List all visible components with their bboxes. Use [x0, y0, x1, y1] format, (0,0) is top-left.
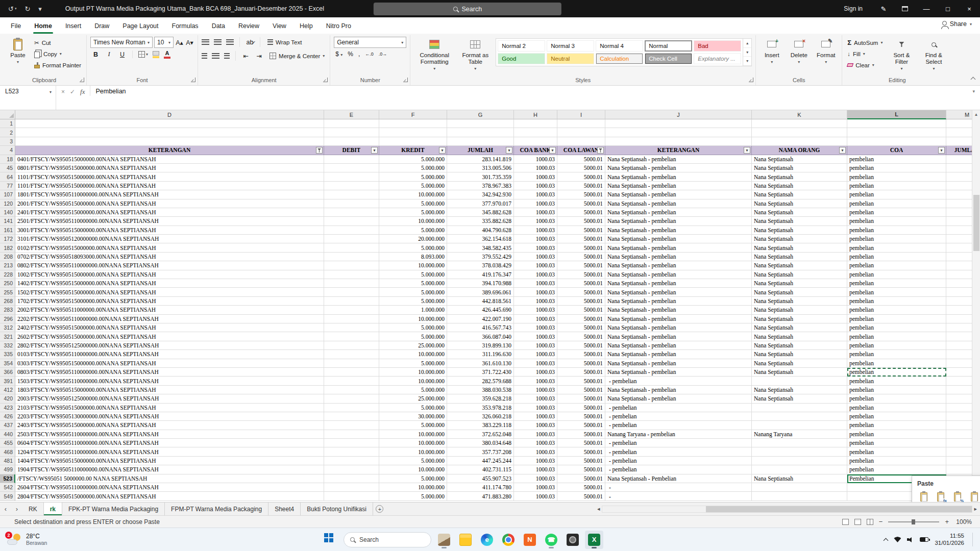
cell-I141[interactable]: 5000.01: [557, 217, 605, 226]
cell-K426[interactable]: [752, 412, 847, 421]
cell-J321[interactable]: Nana Septiansah - pembelian: [605, 332, 752, 341]
cell-G77[interactable]: 378.967.383: [447, 182, 514, 190]
cell-F268[interactable]: 5.000.000: [379, 297, 447, 306]
cell-K18[interactable]: Nana Septiansah: [752, 155, 847, 164]
cell-D18[interactable]: 0401/FTSCY/WS950515000000.00NANA SEPTIAN…: [15, 155, 324, 164]
cell-G455[interactable]: 380.034.648: [447, 439, 514, 447]
cell-F250[interactable]: 5.000.000: [379, 279, 447, 288]
gallery-scroll-up[interactable]: ▲: [743, 39, 751, 48]
wrap-text-button[interactable]: Wrap Text: [266, 37, 303, 47]
cell-K366[interactable]: Nana Septiansah: [752, 368, 847, 377]
cell-K283[interactable]: Nana Septiansah: [752, 306, 847, 314]
column-header-h[interactable]: H: [514, 110, 557, 119]
column-header-i[interactable]: I: [557, 110, 605, 119]
cell-G161[interactable]: 404.790.628: [447, 226, 514, 235]
cell-G549[interactable]: 471.883.280: [447, 492, 514, 500]
cell-D481[interactable]: 1404/FTSCY/WS950515000000.00NANA SEPTIAN…: [15, 457, 324, 465]
cell-J412[interactable]: Nana Septiansah - pembelian: [605, 386, 752, 394]
cell-H523[interactable]: 1000.03: [514, 474, 557, 483]
cell-G45[interactable]: 313.005.506: [447, 164, 514, 172]
cell-style-check-cell[interactable]: Check Cell: [645, 53, 692, 64]
cell-G18[interactable]: 283.141.819: [447, 155, 514, 164]
cell-H499[interactable]: 1000.03: [514, 465, 557, 474]
close-button[interactable]: ×: [959, 0, 980, 17]
ribbon-tab-review[interactable]: Review: [232, 19, 266, 34]
cell-I354[interactable]: 5000.01: [557, 359, 605, 368]
cell-H64[interactable]: 1000.03: [514, 172, 557, 181]
cell-H140[interactable]: 1000.03: [514, 208, 557, 217]
cell-H426[interactable]: 1000.03: [514, 412, 557, 421]
cell-I172[interactable]: 5000.01: [557, 235, 605, 243]
cell-G468[interactable]: 357.737.208: [447, 447, 514, 456]
align-right-icon[interactable]: [224, 53, 230, 59]
cell-G2[interactable]: [447, 128, 514, 137]
cell-L312[interactable]: pembelian: [847, 323, 946, 332]
taskbar-app-edge[interactable]: e: [478, 531, 496, 549]
cell-I335[interactable]: 5000.01: [557, 350, 605, 359]
tray-expand-icon[interactable]: [884, 538, 889, 543]
cell-I250[interactable]: 5000.01: [557, 279, 605, 288]
cell-I312[interactable]: 5000.01: [557, 323, 605, 332]
cell-F140[interactable]: 5.000.000: [379, 208, 447, 217]
row-header-3[interactable]: 3: [0, 137, 15, 146]
cell-D228[interactable]: 1002/FTSCY/WS950515000000.00NANA SEPTIAN…: [15, 270, 324, 279]
cell-E45[interactable]: [324, 164, 379, 172]
cell-K64[interactable]: Nana Septiansah: [752, 172, 847, 181]
cell-L354[interactable]: pembelian: [847, 359, 946, 368]
italic-button[interactable]: I: [105, 51, 113, 58]
cell-L283[interactable]: pembelian: [847, 306, 946, 314]
cell-style-bad[interactable]: Bad: [694, 40, 741, 52]
cell-E321[interactable]: [324, 332, 379, 341]
taskbar-search[interactable]: Search: [344, 532, 431, 547]
gallery-scroll-down[interactable]: ▼: [743, 48, 751, 57]
format-painter-button[interactable]: Format Painter: [33, 60, 83, 70]
number-format-select[interactable]: General▾: [334, 37, 406, 48]
cell-E250[interactable]: [324, 279, 379, 288]
cell-I3[interactable]: [557, 137, 605, 146]
cell-D213[interactable]: 0802/FTSCY/WS9505110000000.00NANA SEPTIA…: [15, 261, 324, 270]
zoom-level[interactable]: 100%: [954, 518, 972, 525]
cell-E228[interactable]: [324, 270, 379, 279]
cell-K412[interactable]: Nana Septiansah: [752, 386, 847, 394]
row-header-423[interactable]: 423: [0, 404, 15, 412]
cell-K354[interactable]: Nana Septiansah: [752, 359, 847, 368]
cell-F332[interactable]: 25.000.000: [379, 341, 447, 350]
row-header-499[interactable]: 499: [0, 465, 15, 474]
cell-L440[interactable]: pembelian: [847, 430, 946, 439]
cell-G141[interactable]: 335.882.628: [447, 217, 514, 226]
filter-button-j[interactable]: ▾: [744, 147, 750, 154]
cell-K182[interactable]: Nana Septiansah: [752, 243, 847, 252]
ribbon-tab-help[interactable]: Help: [293, 19, 320, 34]
autosum-button[interactable]: ΣAutoSum▾: [846, 37, 884, 48]
format-as-table-button[interactable]: Format as Table ▾: [457, 37, 493, 73]
cell-D420[interactable]: 2003/FTSCY/WS9505125000000.00NANA SEPTIA…: [15, 394, 324, 403]
cell-I423[interactable]: 5000.01: [557, 404, 605, 412]
row-header-141[interactable]: 141: [0, 217, 15, 226]
cell-E208[interactable]: [324, 253, 379, 261]
cell-H455[interactable]: 1000.03: [514, 439, 557, 447]
filter-button-h[interactable]: ▾: [549, 147, 556, 154]
cell-G107[interactable]: 342.942.930: [447, 190, 514, 199]
align-left-icon[interactable]: [202, 53, 207, 59]
cell-K208[interactable]: Nana Septiansah: [752, 253, 847, 261]
horizontal-scroll-track[interactable]: [602, 506, 973, 513]
cell-K312[interactable]: Nana Septiansah: [752, 323, 847, 332]
cell-H420[interactable]: 1000.03: [514, 394, 557, 403]
row-header-18[interactable]: 18: [0, 155, 15, 164]
cell-K268[interactable]: Nana Septiansah: [752, 297, 847, 306]
cell-E523[interactable]: [324, 474, 379, 483]
cell-E332[interactable]: [324, 341, 379, 350]
cell-D255[interactable]: 1502/FTSCY/WS950515000000.00NANA SEPTIAN…: [15, 288, 324, 296]
cell-E423[interactable]: [324, 404, 379, 412]
cell-L45[interactable]: pembelian: [847, 164, 946, 172]
cell-F440[interactable]: 10.000.000: [379, 430, 447, 439]
fill-color-button[interactable]: [153, 51, 159, 58]
cell-I296[interactable]: 5000.01: [557, 315, 605, 323]
sheet-nav-left-icon[interactable]: ‹: [0, 503, 11, 515]
fill-button[interactable]: ↓Fill▾: [846, 48, 884, 59]
maximize-button[interactable]: □: [937, 0, 959, 17]
cell-J549[interactable]: -: [605, 492, 752, 500]
ribbon-tab-draw[interactable]: Draw: [88, 19, 116, 34]
cell-H18[interactable]: 1000.03: [514, 155, 557, 164]
cell-J64[interactable]: Nana Septiansah - pembelian: [605, 172, 752, 181]
